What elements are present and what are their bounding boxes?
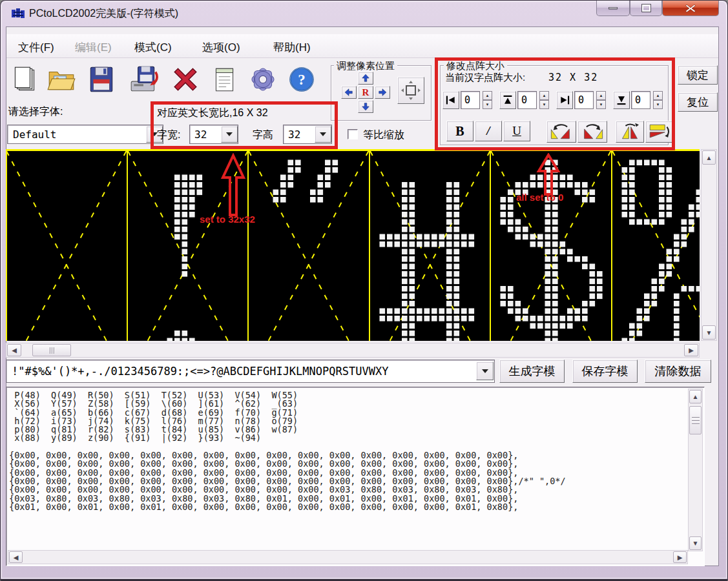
move-down-button[interactable] (358, 100, 373, 113)
lcd-cell-double-quote[interactable] (248, 151, 369, 341)
left-edge-spinner[interactable]: ▲▼ (483, 91, 492, 109)
lcd-cell-space[interactable] (6, 151, 127, 341)
char-width-label: 字宽: (157, 128, 180, 142)
move-left-button[interactable] (341, 86, 357, 99)
generate-button[interactable]: 生成字模 (499, 360, 565, 383)
scroll-right-icon[interactable]: ▶ (684, 344, 698, 356)
menu-mode[interactable]: 模式(C) (130, 38, 176, 57)
scroll-right-icon[interactable]: ▶ (673, 551, 687, 563)
underline-button[interactable]: U (503, 121, 530, 141)
lock-label: 锁定 (687, 68, 709, 83)
bottom-edge-value[interactable]: 0 (631, 91, 650, 109)
char-height-combo[interactable]: 32 (283, 125, 332, 144)
bold-button[interactable]: B (446, 121, 473, 141)
lcd-cell-separator (127, 149, 128, 341)
spin-up-icon[interactable]: ▲ (596, 91, 606, 100)
reset-label: 复位 (687, 95, 709, 110)
spin-up-icon[interactable]: ▲ (539, 91, 549, 100)
output-vscrollbar[interactable]: ▲ ▼ (688, 389, 703, 551)
scroll-up-icon[interactable]: ▲ (702, 150, 716, 165)
top-edge-spinner[interactable]: ▲▼ (539, 91, 549, 109)
charset-value: !"#$%&'()*+,-./0123456789:;<=>?@ABCDEFGH… (6, 365, 388, 378)
right-edge-spinner[interactable]: ▲▼ (596, 91, 606, 109)
new-document-icon[interactable] (8, 64, 39, 95)
menu-edit[interactable]: 编辑(E) (71, 38, 116, 57)
clear-data-button[interactable]: 清除数据 (645, 360, 711, 383)
top-edge-value[interactable]: 0 (517, 91, 537, 109)
help-icon[interactable]: ? (286, 64, 317, 95)
top-edge-button[interactable] (499, 91, 516, 109)
scroll-left-icon[interactable]: ◀ (7, 344, 21, 356)
minimize-button[interactable] (596, 1, 630, 16)
output-area[interactable]: P(48) Q(49) R(50) S(51) T(52) U(53) V(54… (6, 387, 705, 566)
spin-down-icon[interactable]: ▼ (596, 100, 606, 109)
lcd-preview[interactable]: set to 32x32 all set to 0 (6, 149, 700, 341)
flip-vertical-button[interactable] (645, 121, 674, 143)
output-hscrollbar[interactable]: ◀ ▶ (8, 550, 688, 564)
left-edge-button[interactable] (442, 91, 459, 109)
maximize-button[interactable] (630, 1, 662, 16)
output-vscroll-thumb[interactable] (689, 406, 702, 434)
lcd-cell-hash[interactable] (369, 151, 491, 341)
delete-icon[interactable] (170, 64, 201, 95)
right-edge-value[interactable]: 0 (574, 91, 594, 109)
open-file-icon[interactable] (46, 64, 77, 95)
save-font-button[interactable]: 保存字模 (572, 360, 638, 383)
rotate-left-button[interactable] (546, 121, 576, 143)
settings-icon[interactable] (247, 64, 278, 95)
spin-up-icon[interactable]: ▲ (653, 91, 663, 100)
move-up-button[interactable] (358, 72, 373, 85)
save-to-disk-icon[interactable] (129, 64, 160, 95)
right-edge-button[interactable] (556, 91, 573, 109)
spin-down-icon[interactable]: ▼ (653, 100, 663, 109)
italic-button[interactable]: / (475, 121, 502, 141)
charset-dropdown-button[interactable] (476, 362, 494, 380)
scroll-left-icon[interactable]: ◀ (9, 551, 23, 563)
save-icon[interactable] (86, 64, 117, 95)
chevron-down-icon (482, 369, 488, 373)
chevron-down-icon (226, 132, 233, 136)
annotation-arrow-size (214, 153, 253, 218)
char-width-combo[interactable]: 32 (189, 125, 238, 144)
menu-options[interactable]: 选项(O) (198, 38, 244, 57)
lcd-glyph-layer[interactable] (6, 149, 700, 341)
spin-down-icon[interactable]: ▼ (539, 100, 549, 109)
pixel-position-title: 调整像素位置 (334, 60, 397, 72)
lcd-hscrollbar[interactable]: ◀ ▶ (6, 343, 700, 358)
lcd-cell-separator (369, 149, 370, 341)
lcd-vscrollbar[interactable]: ▲ ▼ (701, 149, 717, 341)
lock-button[interactable]: 锁定 (678, 65, 718, 85)
lcd-hscroll-thumb[interactable] (32, 344, 71, 356)
scale-checkbox[interactable] (348, 129, 358, 139)
scroll-up-icon[interactable]: ▲ (689, 390, 702, 403)
move-right-button[interactable] (375, 86, 390, 99)
char-width-dropdown-button[interactable] (221, 126, 238, 143)
flip-horizontal-button[interactable] (616, 121, 644, 143)
rotate-right-button[interactable] (577, 121, 607, 143)
menu-help[interactable]: 帮助(H) (269, 38, 315, 57)
reset-position-button[interactable]: R (358, 86, 373, 99)
scroll-down-icon[interactable]: ▼ (689, 536, 702, 550)
clipboard-icon[interactable] (209, 64, 240, 95)
spin-up-icon[interactable]: ▲ (483, 91, 492, 100)
maximize-icon (642, 5, 650, 12)
bottom-edge-spinner[interactable]: ▲▼ (653, 91, 663, 109)
font-select-value: Default (8, 128, 56, 141)
bottom-edge-button[interactable] (613, 91, 630, 109)
charset-combo[interactable]: !"#$%&'()*+,-./0123456789:;<=>?@ABCDEFGH… (6, 360, 495, 383)
spin-down-icon[interactable]: ▼ (483, 100, 492, 109)
lcd-cell-percent[interactable] (612, 151, 700, 341)
thumb-grip (692, 420, 700, 421)
lcd-cell-separator (490, 149, 491, 341)
char-height-dropdown-button[interactable] (315, 126, 331, 143)
font-select-combo[interactable]: Default (7, 125, 163, 144)
close-button[interactable] (662, 1, 719, 16)
thumb-grip (50, 347, 50, 354)
scroll-down-icon[interactable]: ▼ (702, 325, 716, 340)
center-glyph-button[interactable] (397, 77, 424, 104)
reset-button[interactable]: 复位 (678, 92, 718, 112)
left-edge-value[interactable]: 0 (461, 91, 480, 109)
right-edge-number: 0 (575, 94, 584, 106)
save-font-label: 保存字模 (582, 363, 629, 379)
menu-file[interactable]: 文件(F) (14, 38, 58, 57)
